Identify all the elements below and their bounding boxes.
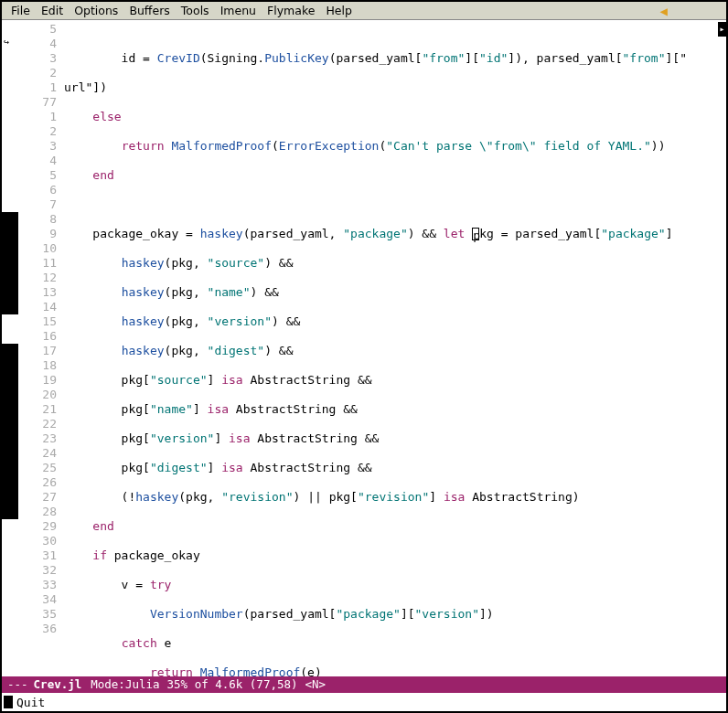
menu-buffers[interactable]: Buffers — [123, 4, 175, 17]
lnum: 32 — [18, 563, 57, 578]
code-line[interactable]: package_okay = haskey(parsed_yaml, "pack… — [64, 227, 726, 241]
lnum: 22 — [18, 417, 57, 431]
lnum: 25 — [18, 461, 57, 475]
modeline-flymake[interactable]: <N> — [305, 676, 327, 693]
code-line[interactable]: (!haskey(pkg, "revision") || pkg["revisi… — [64, 490, 726, 505]
code-line[interactable]: return MalformedProof(ErrorException("Ca… — [64, 139, 726, 154]
lnum: 21 — [18, 402, 57, 417]
modeline-buffer-name[interactable]: Crev.jl — [34, 676, 82, 693]
lnum: 3 — [18, 139, 57, 154]
modeline-modified: --- — [7, 676, 28, 693]
code-line[interactable]: haskey(pkg, "name") && — [64, 285, 726, 300]
modeline-position: 35% of 4.6k (77,58) — [167, 676, 298, 693]
code-line[interactable]: pkg["version"] isa AbstractString && — [64, 431, 726, 446]
code-line[interactable]: pkg["name"] isa AbstractString && — [64, 402, 726, 417]
minibuffer-text: Quit — [16, 696, 45, 709]
lnum: 27 — [18, 490, 57, 505]
lnum: 13 — [18, 285, 57, 300]
editor-area[interactable]: ↪ 5 4 3 2 1 77 1 2 3 4 5 6 7 8 9 10 11 1… — [2, 20, 726, 676]
toolbar-indicator-icon: ◀ — [660, 4, 668, 18]
code-line[interactable]: end — [64, 519, 726, 534]
lnum: 33 — [18, 578, 57, 592]
menu-tools[interactable]: Tools — [176, 4, 215, 17]
code-line[interactable]: VersionNumber(parsed_yaml["package"]["ve… — [64, 607, 726, 622]
code-line[interactable]: if package_okay — [64, 548, 726, 563]
text-cursor: p — [472, 228, 479, 240]
minibuffer-cursor — [4, 696, 13, 708]
lnum: 77 — [18, 95, 57, 110]
lnum: 16 — [18, 329, 57, 344]
lnum: 10 — [18, 241, 57, 256]
lnum: 1 — [18, 110, 57, 124]
menu-imenu[interactable]: Imenu — [215, 4, 262, 17]
lnum: 12 — [18, 271, 57, 285]
code-line[interactable]: catch e — [64, 636, 726, 651]
code-line[interactable]: pkg["source"] isa AbstractString && — [64, 373, 726, 388]
lnum: 9 — [18, 227, 57, 241]
code-line[interactable]: return MalformedProof(e) — [64, 665, 726, 676]
lnum: 18 — [18, 358, 57, 373]
emacs-window: File Edit Options Buffers Tools Imenu Fl… — [0, 0, 728, 713]
lnum: 2 — [18, 66, 57, 80]
code-line[interactable]: id = CrevID(Signing.PublicKey(parsed_yam… — [64, 51, 726, 66]
lnum: 4 — [18, 37, 57, 51]
code-line[interactable]: haskey(pkg, "source") && — [64, 256, 726, 271]
lnum: 2 — [18, 124, 57, 139]
menubar[interactable]: File Edit Options Buffers Tools Imenu Fl… — [2, 2, 726, 20]
code-line[interactable]: url"]) — [64, 80, 726, 95]
continuation-arrow-icon: ↪ — [4, 37, 9, 47]
left-fringe: ↪ — [2, 20, 18, 676]
lnum: 34 — [18, 592, 57, 607]
lnum: 7 — [18, 197, 57, 212]
modeline[interactable]: --- Crev.jl Mode:Julia 35% of 4.6k (77,5… — [2, 676, 726, 693]
code-line[interactable] — [64, 197, 726, 212]
lnum: 6 — [18, 183, 57, 197]
fringe-block-1 — [2, 212, 18, 314]
lnum: 20 — [18, 388, 57, 402]
lnum: 26 — [18, 475, 57, 490]
lnum: 15 — [18, 314, 57, 329]
menu-file[interactable]: File — [5, 4, 36, 17]
minibuffer[interactable]: Quit — [2, 693, 726, 711]
lnum: 5 — [18, 22, 57, 37]
lnum: 23 — [18, 431, 57, 446]
lnum: 4 — [18, 154, 57, 168]
code-line[interactable]: haskey(pkg, "digest") && — [64, 344, 726, 358]
menu-help[interactable]: Help — [320, 4, 358, 17]
lnum: 8 — [18, 212, 57, 227]
truncate-indicator-icon: ▸ — [718, 22, 726, 37]
modeline-mode[interactable]: Mode:Julia — [91, 676, 159, 693]
code-area[interactable]: ▸ id = CrevID(Signing.PublicKey(parsed_y… — [64, 20, 726, 676]
code-line[interactable]: else — [64, 110, 726, 124]
code-line[interactable]: end — [64, 168, 726, 183]
menu-edit[interactable]: Edit — [36, 4, 69, 17]
lnum: 17 — [18, 344, 57, 358]
code-line[interactable]: haskey(pkg, "version") && — [64, 314, 726, 329]
lnum: 28 — [18, 505, 57, 519]
fringe-block-2 — [2, 344, 18, 519]
menu-flymake[interactable]: Flymake — [262, 4, 320, 17]
menu-options[interactable]: Options — [69, 4, 123, 17]
lnum: 5 — [18, 168, 57, 183]
lnum: 24 — [18, 446, 57, 461]
lnum: 3 — [18, 51, 57, 66]
line-number-gutter: 5 4 3 2 1 77 1 2 3 4 5 6 7 8 9 10 11 12 … — [18, 20, 64, 676]
code-line[interactable]: v = try — [64, 578, 726, 592]
lnum: 14 — [18, 300, 57, 314]
lnum: 30 — [18, 534, 57, 548]
lnum: 36 — [18, 622, 57, 636]
lnum: 1 — [18, 80, 57, 95]
lnum: 11 — [18, 256, 57, 271]
lnum: 19 — [18, 373, 57, 388]
lnum: 35 — [18, 607, 57, 622]
lnum: 29 — [18, 519, 57, 534]
lnum: 31 — [18, 548, 57, 563]
code-line[interactable]: pkg["digest"] isa AbstractString && — [64, 461, 726, 475]
